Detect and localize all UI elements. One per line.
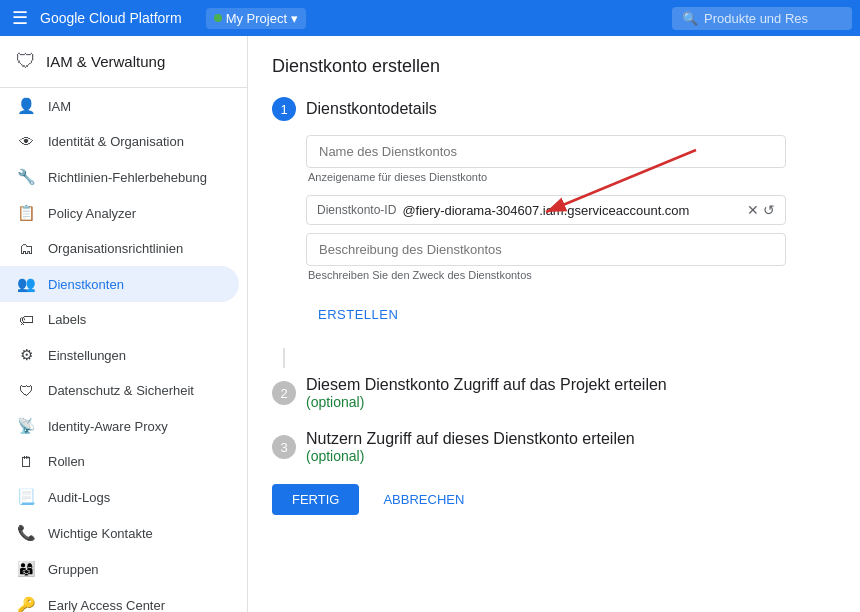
app-layout: 🛡 IAM & Verwaltung 👤 IAM 👁 Identität & O… [0, 36, 860, 612]
sidebar-item-kontakte[interactable]: 📞 Wichtige Kontakte [0, 515, 239, 551]
sidebar-item-label: Wichtige Kontakte [48, 526, 153, 541]
service-id-value: @fiery-diorama-304607.iam.gserviceaccoun… [402, 203, 741, 218]
sidebar-item-label: Identität & Organisation [48, 134, 184, 149]
step3-optional: (optional) [306, 448, 635, 464]
sidebar-item-orgrichtlinien[interactable]: 🗂 Organisationsrichtlinien [0, 231, 239, 266]
sidebar-item-identity[interactable]: 👁 Identität & Organisation [0, 124, 239, 159]
sidebar-item-gruppen[interactable]: 👨‍👩‍👧 Gruppen [0, 551, 239, 587]
desc-input[interactable] [306, 233, 786, 266]
search-icon: 🔍 [682, 11, 698, 26]
sidebar-item-label: Datenschutz & Sicherheit [48, 383, 194, 398]
sidebar-item-eac[interactable]: 🔑 Early Access Center [0, 587, 239, 612]
name-field: Anzeigename für dieses Dienstkonto [306, 135, 836, 183]
main-content: Dienstkonto erstellen 1 Dienstkontodetai… [248, 36, 860, 612]
kontakte-icon: 📞 [16, 524, 36, 542]
step2-optional: (optional) [306, 394, 667, 410]
brand-name: Google Cloud Platform [40, 10, 182, 26]
service-id-actions: ✕ ↺ [747, 202, 775, 218]
sidebar-item-einstellungen[interactable]: ⚙ Einstellungen [0, 337, 239, 373]
create-button[interactable]: ERSTELLEN [306, 301, 410, 328]
sidebar-item-label: Early Access Center [48, 598, 165, 613]
orgrichtlinien-icon: 🗂 [16, 240, 36, 257]
sidebar-item-label: IAM [48, 99, 71, 114]
sidebar-item-label: Gruppen [48, 562, 99, 577]
abbrechen-button[interactable]: ABBRECHEN [367, 484, 480, 515]
service-id-container: Dienstkonto-ID @fiery-diorama-304607.iam… [306, 195, 836, 225]
step1-title: Dienstkontodetails [306, 100, 437, 118]
chevron-down-icon: ▾ [291, 11, 298, 26]
step1-circle: 1 [272, 97, 296, 121]
step2-title: Diesem Dienstkonto Zugriff auf das Proje… [306, 376, 667, 393]
sidebar-item-label: Policy Analyzer [48, 206, 136, 221]
einstellungen-icon: ⚙ [16, 346, 36, 364]
fertig-button[interactable]: FERTIG [272, 484, 359, 515]
page-title: Dienstkonto erstellen [272, 56, 836, 77]
name-input[interactable] [306, 135, 786, 168]
sidebar-item-label: Dienstkonten [48, 277, 124, 292]
top-nav: ☰ Google Cloud Platform My Project ▾ 🔍 P… [0, 0, 860, 36]
iam-icon: 👤 [16, 97, 36, 115]
eac-icon: 🔑 [16, 596, 36, 612]
sidebar: 🛡 IAM & Verwaltung 👤 IAM 👁 Identität & O… [0, 36, 248, 612]
sidebar-item-label: Einstellungen [48, 348, 126, 363]
auditlogs-icon: 📃 [16, 488, 36, 506]
project-status-dot [214, 14, 222, 22]
step2-section: 2 Diesem Dienstkonto Zugriff auf das Pro… [272, 348, 836, 410]
identity-icon: 👁 [16, 133, 36, 150]
sidebar-item-label: Identity-Aware Proxy [48, 419, 168, 434]
dienstkonten-icon: 👥 [16, 275, 36, 293]
service-id-label: Dienstkonto-ID [317, 203, 396, 217]
step2-header: 2 Diesem Dienstkonto Zugriff auf das Pro… [272, 376, 836, 410]
sidebar-title: IAM & Verwaltung [46, 53, 165, 70]
step1-section: 1 Dienstkontodetails Anzeigename für die… [272, 97, 836, 328]
search-bar[interactable]: 🔍 Produkte und Res [672, 7, 852, 30]
step3-section: 3 Nutzern Zugriff auf dieses Dienstkonto… [272, 430, 836, 464]
sidebar-item-policy-fix[interactable]: 🔧 Richtlinien-Fehlerbehebung [0, 159, 239, 195]
step3-title-block: Nutzern Zugriff auf dieses Dienstkonto e… [306, 430, 635, 464]
sidebar-item-auditlogs[interactable]: 📃 Audit-Logs [0, 479, 239, 515]
step2-title-block: Diesem Dienstkonto Zugriff auf das Proje… [306, 376, 667, 410]
project-selector[interactable]: My Project ▾ [206, 8, 306, 29]
desc-field: Beschreiben Sie den Zweck des Dienstkont… [306, 233, 836, 281]
sidebar-item-label: Audit-Logs [48, 490, 110, 505]
sidebar-header: 🛡 IAM & Verwaltung [0, 36, 247, 88]
name-hint: Anzeigename für dieses Dienstkonto [308, 171, 836, 183]
desc-hint: Beschreiben Sie den Zweck des Dienstkont… [308, 269, 836, 281]
bottom-actions: FERTIG ABBRECHEN [272, 484, 836, 515]
step3-header: 3 Nutzern Zugriff auf dieses Dienstkonto… [272, 430, 836, 464]
sidebar-item-dienstkonten[interactable]: 👥 Dienstkonten [0, 266, 239, 302]
step3-title: Nutzern Zugriff auf dieses Dienstkonto e… [306, 430, 635, 447]
step-divider [283, 348, 285, 368]
sidebar-item-label: Rollen [48, 454, 85, 469]
sidebar-item-label: Richtlinien-Fehlerbehebung [48, 170, 207, 185]
analyzer-icon: 📋 [16, 204, 36, 222]
service-id-field[interactable]: Dienstkonto-ID @fiery-diorama-304607.iam… [306, 195, 786, 225]
rollen-icon: 🗒 [16, 453, 36, 470]
policy-fix-icon: 🔧 [16, 168, 36, 186]
step2-circle: 2 [272, 381, 296, 405]
hamburger-icon[interactable]: ☰ [8, 3, 32, 33]
clear-icon[interactable]: ✕ [747, 202, 759, 218]
sidebar-item-labels[interactable]: 🏷 Labels [0, 302, 239, 337]
shield-icon: 🛡 [16, 50, 36, 73]
datenschutz-icon: 🛡 [16, 382, 36, 399]
sidebar-item-iam[interactable]: 👤 IAM [0, 88, 239, 124]
step1-header: 1 Dienstkontodetails [272, 97, 836, 121]
sidebar-item-label: Organisationsrichtlinien [48, 241, 183, 256]
sidebar-item-rollen[interactable]: 🗒 Rollen [0, 444, 239, 479]
labels-icon: 🏷 [16, 311, 36, 328]
refresh-icon[interactable]: ↺ [763, 202, 775, 218]
step3-circle: 3 [272, 435, 296, 459]
sidebar-item-datenschutz[interactable]: 🛡 Datenschutz & Sicherheit [0, 373, 239, 408]
project-label: My Project [226, 11, 287, 26]
sidebar-item-analyzer[interactable]: 📋 Policy Analyzer [0, 195, 239, 231]
step1-form: Anzeigename für dieses Dienstkonto Diens… [306, 135, 836, 328]
sidebar-item-iap[interactable]: 📡 Identity-Aware Proxy [0, 408, 239, 444]
sidebar-item-label: Labels [48, 312, 86, 327]
iap-icon: 📡 [16, 417, 36, 435]
search-placeholder: Produkte und Res [704, 11, 808, 26]
gruppen-icon: 👨‍👩‍👧 [16, 560, 36, 578]
